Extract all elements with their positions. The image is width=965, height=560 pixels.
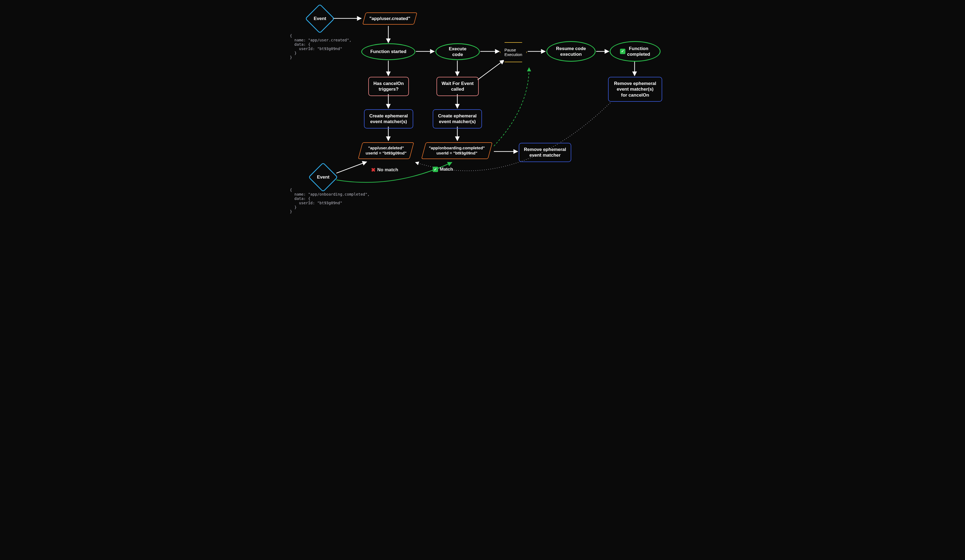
matcher-deleted-node: "app/user.deleted" userId = "bt93g09nd"	[358, 142, 414, 159]
event-node-top: Event	[305, 4, 335, 34]
resume-execution-node: Resume code execution	[546, 41, 595, 62]
trigger-event-label: "app/user.created"	[370, 16, 410, 21]
match-text: Match	[440, 167, 453, 172]
create-matcher-left-label: Create ephemeral event matcher(s)	[370, 113, 408, 125]
pause-execution-node: Pause Execution	[500, 42, 527, 62]
diagram-canvas: Event { name: "app/user.created", data: …	[286, 0, 679, 221]
code-block-bottom: { name: "app/onboarding.completed", data…	[290, 188, 370, 214]
execute-code-label: Execute code	[443, 46, 472, 58]
remove-cancel-matchers-node: Remove ephemeral event matcher(s) for ca…	[608, 77, 662, 102]
code-block-top: { name: "app/user.created", data: { user…	[290, 34, 352, 59]
svg-line-15	[336, 162, 367, 173]
check-icon: ✓	[433, 167, 438, 172]
no-match-label: ✖ No match	[371, 167, 398, 173]
matcher-deleted-label: "app/user.deleted" userId = "bt93g09nd"	[366, 145, 406, 156]
cross-icon: ✖	[371, 167, 376, 173]
matcher-onboarding-node: "app/onboarding.completed" userId = "bt9…	[421, 142, 492, 159]
event-node-top-label: Event	[314, 16, 326, 21]
svg-line-12	[478, 60, 504, 80]
remove-matcher-node: Remove ephemeral event matcher	[519, 143, 571, 162]
remove-cancel-matchers-label: Remove ephemeral event matcher(s) for ca…	[614, 81, 656, 98]
wait-for-event-label: Wait For Event called	[442, 81, 474, 92]
match-label: ✓ Match	[433, 167, 453, 172]
check-icon: ✓	[620, 49, 625, 54]
function-completed-label: Function completed	[627, 46, 650, 57]
create-matcher-right-node: Create ephemeral event matcher(s)	[433, 109, 482, 129]
execute-code-node: Execute code	[435, 43, 480, 60]
has-cancelon-node: Has cancelOn triggers?	[368, 77, 409, 96]
create-matcher-left-node: Create ephemeral event matcher(s)	[364, 109, 413, 129]
pause-execution-label: Pause Execution	[504, 47, 522, 57]
no-match-text: No match	[377, 167, 398, 173]
create-matcher-right-label: Create ephemeral event matcher(s)	[438, 113, 477, 125]
has-cancelon-label: Has cancelOn triggers?	[373, 81, 404, 92]
matcher-onboarding-label: "app/onboarding.completed" userId = "bt9…	[429, 145, 485, 156]
event-node-bottom-label: Event	[317, 174, 329, 180]
trigger-event-node: "app/user.created"	[362, 13, 417, 24]
function-started-label: Function started	[370, 49, 406, 54]
function-started-node: Function started	[361, 43, 415, 60]
resume-execution-label: Resume code execution	[556, 46, 586, 57]
remove-matcher-label: Remove ephemeral event matcher	[524, 147, 566, 158]
wait-for-event-node: Wait For Event called	[437, 77, 479, 96]
function-completed-node: ✓ Function completed	[610, 41, 661, 62]
